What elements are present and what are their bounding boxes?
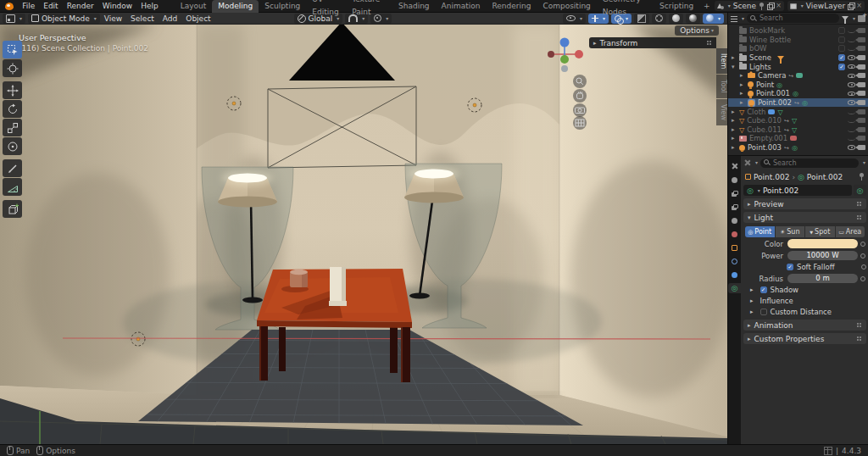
viewport-options-button[interactable]: Options xyxy=(675,25,719,36)
camera-visibility-icon[interactable] xyxy=(858,64,865,70)
expand-icon[interactable] xyxy=(732,144,737,151)
animate-dot[interactable] xyxy=(860,242,865,247)
collapse-icon[interactable] xyxy=(732,64,737,70)
new-scene-icon[interactable] xyxy=(767,3,773,9)
expand-icon[interactable] xyxy=(732,135,737,142)
tab-physics[interactable] xyxy=(728,270,741,280)
rotate-tool[interactable] xyxy=(3,100,22,118)
exclude-checkbox[interactable] xyxy=(838,27,845,34)
zoom-button[interactable] xyxy=(573,75,587,88)
panel-custom-properties[interactable]: Custom Properties xyxy=(743,333,866,344)
add-cube-tool[interactable] xyxy=(3,200,22,218)
pan-button[interactable] xyxy=(573,89,587,103)
camera-visibility-icon[interactable] xyxy=(858,82,865,87)
unlink-scene-icon[interactable]: × xyxy=(776,1,782,11)
measure-tool[interactable] xyxy=(3,178,22,196)
workspace-tab-layout[interactable]: Layout xyxy=(175,0,213,13)
shading-rendered-button[interactable] xyxy=(703,14,724,24)
camera-visibility-icon[interactable] xyxy=(858,46,865,51)
eye-icon[interactable] xyxy=(848,55,855,60)
outliner-search[interactable] xyxy=(747,14,839,23)
eye-closed-icon[interactable] xyxy=(848,118,855,123)
scale-tool[interactable] xyxy=(3,119,22,136)
tab-object[interactable] xyxy=(728,242,741,253)
exclude-checkbox[interactable] xyxy=(838,64,845,70)
properties-editor-icon[interactable] xyxy=(744,159,751,166)
eye-icon[interactable] xyxy=(848,145,855,150)
camera-visibility-icon[interactable] xyxy=(858,136,865,141)
expand-icon[interactable] xyxy=(740,99,745,106)
editor-type-dropdown[interactable] xyxy=(3,14,25,24)
eye-closed-icon[interactable] xyxy=(848,46,855,51)
pin-icon[interactable] xyxy=(759,3,765,10)
eye-closed-icon[interactable] xyxy=(848,37,855,42)
tab-view-layer[interactable] xyxy=(728,202,741,212)
blender-logo-icon[interactable] xyxy=(5,3,14,10)
sidebar-tab-tool[interactable]: Tool xyxy=(716,75,727,98)
cursor-tool[interactable] xyxy=(3,59,22,77)
remove-view-layer-icon[interactable]: × xyxy=(856,1,862,11)
fake-user-button[interactable] xyxy=(854,185,866,196)
outliner-row[interactable]: Scene xyxy=(728,53,868,63)
workspace-tab-scripting[interactable]: Scripting xyxy=(654,0,699,13)
workspace-tab-geometry-nodes[interactable]: Geometry Nodes xyxy=(597,0,654,19)
menu-file[interactable]: File xyxy=(18,0,39,13)
shading-wireframe-button[interactable] xyxy=(652,14,666,24)
outliner-filter-dropdown[interactable] xyxy=(851,14,855,23)
expand-icon[interactable] xyxy=(740,81,745,88)
light-type-sun[interactable]: Sun xyxy=(776,226,805,237)
menu-help[interactable]: Help xyxy=(136,0,163,13)
subpanel-influence[interactable]: Influence xyxy=(743,296,866,306)
power-field[interactable]: 10000 W xyxy=(787,251,858,260)
orthographic-toggle-button[interactable] xyxy=(573,116,587,130)
custom-distance-checkbox[interactable] xyxy=(760,309,767,315)
eye-icon[interactable] xyxy=(848,82,855,87)
camera-visibility-icon[interactable] xyxy=(858,55,865,60)
expand-icon[interactable] xyxy=(732,54,737,61)
outliner-row[interactable]: Empty.001 xyxy=(728,134,868,143)
select-box-tool[interactable] xyxy=(3,41,22,58)
extensions-icon[interactable] xyxy=(824,447,832,455)
outliner-row[interactable]: Lights xyxy=(728,62,868,71)
eye-icon[interactable] xyxy=(848,74,855,79)
menu-edit[interactable]: Edit xyxy=(39,0,62,13)
outliner-row[interactable]: Cube.011 xyxy=(728,125,868,135)
workspace-tab-uv-editing[interactable]: UV Editing xyxy=(306,0,346,19)
new-collection-icon[interactable] xyxy=(858,15,865,22)
outliner-display-mode-icon[interactable] xyxy=(731,15,737,22)
outliner-row[interactable]: Wine Bottle xyxy=(728,36,868,45)
camera-visibility-icon[interactable] xyxy=(858,73,865,78)
pin-id-icon[interactable] xyxy=(859,173,865,181)
expand-icon[interactable] xyxy=(732,126,737,133)
eye-closed-icon[interactable] xyxy=(848,28,855,33)
properties-search-input[interactable] xyxy=(773,159,855,167)
mode-dropdown[interactable]: Object Mode xyxy=(28,14,100,24)
light-type-point[interactable]: Point xyxy=(745,226,775,237)
light-type-spot[interactable]: Spot xyxy=(805,226,835,237)
eye-icon[interactable] xyxy=(848,92,855,97)
panel-light[interactable]: Light xyxy=(743,212,866,223)
camera-visibility-icon[interactable] xyxy=(858,91,865,96)
outliner-search-input[interactable] xyxy=(760,14,836,22)
tab-scene[interactable] xyxy=(728,215,741,225)
outliner-display-mode-dropdown[interactable] xyxy=(740,14,744,23)
datablock-name-field[interactable]: Point.002 xyxy=(743,185,852,196)
expand-icon[interactable] xyxy=(740,90,745,97)
tab-output[interactable] xyxy=(728,188,741,198)
outliner-row[interactable]: bOW xyxy=(728,44,868,53)
workspace-tab-modeling[interactable]: Modeling xyxy=(212,0,259,13)
view-layer-selector[interactable]: ViewLayer × xyxy=(787,1,865,11)
subpanel-shadow[interactable]: Shadow xyxy=(743,285,866,295)
expand-icon[interactable] xyxy=(732,117,737,124)
outliner-row[interactable]: Cloth xyxy=(728,107,868,116)
outliner-filter-icon[interactable] xyxy=(842,16,849,20)
camera-visibility-icon[interactable] xyxy=(858,37,865,42)
camera-visibility-icon[interactable] xyxy=(858,109,865,114)
exclude-checkbox[interactable] xyxy=(838,36,845,43)
navigation-gizmo[interactable] xyxy=(548,36,585,77)
tab-object-data[interactable] xyxy=(728,283,741,293)
menu-window[interactable]: Window xyxy=(98,0,137,13)
outliner-row[interactable]: BookMark xyxy=(728,26,868,36)
transform-tool[interactable] xyxy=(3,137,22,155)
menu-select[interactable]: Select xyxy=(126,13,159,25)
